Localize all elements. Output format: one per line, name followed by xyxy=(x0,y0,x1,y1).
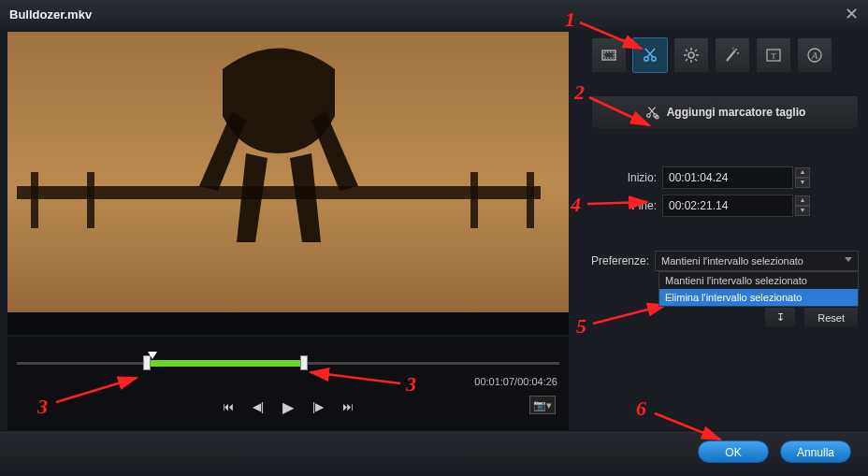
preference-select[interactable]: Mantieni l'intervallo selezionato xyxy=(655,251,859,271)
goto-end-button[interactable]: ⏭ xyxy=(342,400,354,413)
end-spinner[interactable]: ▲▼ xyxy=(795,195,810,216)
titlebar: Bulldozer.mkv ✕ xyxy=(0,0,868,28)
svg-line-21 xyxy=(686,59,687,61)
svg-line-19 xyxy=(695,59,697,61)
tool-cut-button[interactable] xyxy=(632,37,668,73)
preference-selected: Mantieni l'intervallo selezionato xyxy=(661,255,803,267)
playback-controls: 00:01:07/00:04:26 ⏮ ◀| ▶ |▶ ⏭ 📷▾ xyxy=(7,337,569,430)
svg-point-24 xyxy=(732,48,734,50)
svg-line-18 xyxy=(686,50,687,51)
cancel-button[interactable]: Annulla xyxy=(780,440,851,463)
svg-rect-5 xyxy=(470,172,478,228)
svg-line-20 xyxy=(695,50,697,51)
start-label: Inizio: xyxy=(591,171,657,184)
end-row: Fine: ▲▼ xyxy=(591,195,859,217)
scissors-plus-icon: + xyxy=(644,105,659,120)
apply-preset-icon: ↧ xyxy=(776,311,785,324)
tool-effects-button[interactable] xyxy=(715,37,750,73)
action-row: ↧ Reset xyxy=(591,307,859,328)
footer: OK Annulla xyxy=(0,430,868,471)
start-spinner[interactable]: ▲▼ xyxy=(795,167,810,188)
preference-dropdown: Mantieni l'intervallo selezionato Elimin… xyxy=(658,271,859,307)
tool-row: T A xyxy=(591,37,859,73)
tool-brightness-button[interactable] xyxy=(673,37,709,73)
svg-rect-1 xyxy=(17,186,541,199)
chevron-down-icon[interactable]: ▼ xyxy=(795,178,810,188)
start-input[interactable] xyxy=(662,166,793,189)
add-marker-label: Aggiungi marcatore taglio xyxy=(667,106,806,119)
svg-line-32 xyxy=(648,108,654,114)
reset-label: Reset xyxy=(817,312,845,324)
tool-text-button[interactable]: T xyxy=(756,37,791,73)
playback-row: ⏮ ◀| ▶ |▶ ⏭ 📷▾ xyxy=(17,393,559,421)
svg-point-22 xyxy=(735,49,737,50)
svg-text:A: A xyxy=(811,50,818,61)
add-marker-button[interactable]: + Aggiungi marcatore taglio xyxy=(591,95,859,129)
time-readout: 00:01:07/00:04:26 xyxy=(17,376,557,387)
svg-rect-6 xyxy=(7,312,569,335)
time-fields: Inizio: ▲▼ Fine: ▲▼ xyxy=(591,166,859,223)
trim-handle-end[interactable] xyxy=(300,355,308,370)
content: 00:01:07/00:04:26 ⏮ ◀| ▶ |▶ ⏭ 📷▾ xyxy=(0,28,868,430)
play-button[interactable]: ▶ xyxy=(282,398,294,416)
svg-point-29 xyxy=(646,114,650,118)
svg-line-31 xyxy=(649,108,655,114)
close-icon[interactable]: ✕ xyxy=(845,4,859,24)
svg-text:+: + xyxy=(656,115,658,120)
apply-preset-button[interactable]: ↧ xyxy=(764,307,796,328)
prev-frame-button[interactable]: ◀| xyxy=(253,400,264,413)
next-frame-button[interactable]: |▶ xyxy=(312,400,324,413)
preference-row: Preferenze: Mantieni l'intervallo selezi… xyxy=(591,251,859,271)
end-input[interactable] xyxy=(662,195,793,217)
window-title: Bulldozer.mkv xyxy=(9,7,92,22)
ok-button[interactable]: OK xyxy=(698,440,769,463)
right-pane: T A + Aggiungi marcatore taglio Inizio: … xyxy=(580,28,868,430)
preference-option-delete[interactable]: Elimina l'intervallo selezionato xyxy=(659,289,858,306)
tool-crop-button[interactable] xyxy=(591,37,627,73)
svg-rect-3 xyxy=(527,172,534,228)
svg-point-23 xyxy=(737,52,739,54)
left-pane: 00:01:07/00:04:26 ⏮ ◀| ▶ |▶ ⏭ 📷▾ xyxy=(0,28,580,430)
camera-icon: 📷▾ xyxy=(533,399,552,411)
svg-rect-4 xyxy=(87,172,94,228)
svg-rect-2 xyxy=(31,172,38,228)
goto-start-button[interactable]: ⏮ xyxy=(223,400,234,413)
snapshot-button[interactable]: 📷▾ xyxy=(529,396,556,414)
svg-point-13 xyxy=(688,52,694,58)
chevron-up-icon[interactable]: ▲ xyxy=(795,195,810,206)
svg-rect-8 xyxy=(604,52,614,58)
tool-font-button[interactable]: A xyxy=(797,37,832,73)
chevron-down-icon xyxy=(845,257,852,262)
reset-button[interactable]: Reset xyxy=(803,307,859,328)
timeline[interactable] xyxy=(17,353,559,372)
end-label: Fine: xyxy=(591,199,657,212)
svg-text:T: T xyxy=(771,51,776,61)
chevron-down-icon[interactable]: ▼ xyxy=(795,206,810,216)
time-current: 00:01:07 xyxy=(474,376,514,387)
start-row: Inizio: ▲▼ xyxy=(591,166,859,189)
trim-segment[interactable] xyxy=(147,360,304,367)
preference-label: Preferenze: xyxy=(591,254,649,267)
playhead-icon[interactable] xyxy=(148,352,157,359)
preference-option-keep[interactable]: Mantieni l'intervallo selezionato xyxy=(659,272,858,289)
chevron-up-icon[interactable]: ▲ xyxy=(795,167,810,178)
video-preview xyxy=(7,32,569,335)
time-total: 00:04:26 xyxy=(517,376,557,387)
